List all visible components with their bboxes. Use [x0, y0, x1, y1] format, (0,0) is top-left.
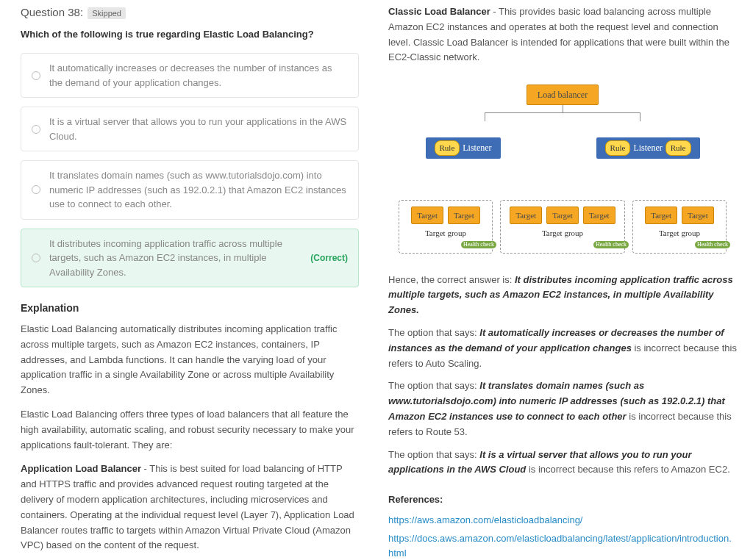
- incorrect-opt3: The option that says: It is a virtual se…: [388, 448, 737, 478]
- radio-icon: [32, 254, 40, 262]
- choice-2[interactable]: It is a virtual server that allows you t…: [21, 107, 359, 151]
- connector: [393, 105, 732, 121]
- diagram-tg-label: Target group: [404, 227, 488, 240]
- choice-3[interactable]: It translates domain names (such as www.…: [21, 160, 359, 220]
- status-badge: Skipped: [88, 7, 126, 19]
- explanation-p2: Elastic Load Balancing offers three type…: [21, 407, 359, 453]
- diagram-target: Target: [510, 207, 542, 225]
- question-text: Which of the following is true regarding…: [21, 27, 359, 42]
- diagram-health-check: Health check: [695, 241, 730, 248]
- connector: [393, 159, 732, 179]
- elb-diagram: Load balancer Rule Listener Rule Listene…: [388, 77, 737, 258]
- choice-text: It distributes incoming application traf…: [49, 237, 301, 280]
- opt-prefix: The option that says:: [388, 327, 479, 338]
- radio-icon: [32, 125, 40, 134]
- diagram-target: Target: [583, 207, 615, 225]
- diagram-rule: Rule: [435, 140, 460, 156]
- diagram-rule: Rule: [605, 140, 631, 156]
- alb-paragraph: Application Load Balancer - This is best…: [21, 462, 359, 553]
- opt-prefix: The option that says:: [388, 449, 479, 460]
- diagram-target: Target: [645, 207, 677, 225]
- opt-prefix: The option that says:: [388, 380, 479, 391]
- choice-text: It automatically increases or decreases …: [49, 61, 348, 90]
- correct-tag: (Correct): [310, 251, 348, 265]
- references-heading: References:: [388, 492, 737, 507]
- explanation-p1: Elastic Load Balancing automatically dis…: [21, 322, 359, 398]
- diagram-target-group: Target Target Target group Health check: [632, 200, 727, 254]
- diagram-listener-right: Rule Listener Rule: [596, 137, 700, 159]
- diagram-tg-label: Target group: [505, 227, 620, 240]
- opt-tail: is incorrect because this refers to Amaz…: [526, 464, 729, 475]
- question-number: Question 38:: [21, 6, 83, 18]
- choice-text: It translates domain names (such as www.…: [49, 168, 348, 212]
- reference-link-2[interactable]: https://docs.aws.amazon.com/elasticloadb…: [388, 531, 737, 560]
- incorrect-opt2: The option that says: It translates doma…: [388, 378, 737, 439]
- diagram-listener-left: Rule Listener: [426, 137, 501, 159]
- question-header: Question 38: Skipped: [21, 4, 359, 21]
- alb-label: Application Load Balancer: [21, 463, 141, 474]
- hence-paragraph: Hence, the correct answer is: It distrib…: [388, 273, 737, 318]
- incorrect-opt1: The option that says: It automatically i…: [388, 326, 737, 371]
- diagram-health-check: Health check: [593, 241, 629, 248]
- choice-1[interactable]: It automatically increases or decreases …: [21, 53, 359, 98]
- diagram-target: Target: [411, 207, 443, 225]
- explanation-heading: Explanation: [21, 301, 359, 316]
- reference-link-1[interactable]: https://aws.amazon.com/elasticloadbalanc…: [388, 513, 737, 528]
- diagram-rule: Rule: [665, 140, 691, 156]
- diagram-target: Target: [448, 207, 480, 225]
- diagram-load-balancer: Load balancer: [527, 85, 599, 105]
- radio-icon: [32, 185, 40, 194]
- diagram-listener-label: Listener: [463, 141, 491, 154]
- choice-text: It is a virtual server that allows you t…: [49, 115, 348, 143]
- hence-prefix: Hence, the correct answer is:: [388, 274, 515, 285]
- diagram-health-check: Health check: [461, 241, 496, 248]
- clb-label: Classic Load Balancer: [388, 6, 490, 17]
- radio-icon: [32, 71, 40, 80]
- diagram-target: Target: [682, 207, 714, 225]
- diagram-target: Target: [546, 207, 579, 225]
- diagram-tg-label: Target group: [638, 227, 721, 240]
- diagram-listener-label: Listener: [633, 141, 662, 154]
- diagram-target-group: Target Target Target group Health check: [399, 200, 493, 254]
- choice-4-correct[interactable]: It distributes incoming application traf…: [21, 229, 359, 288]
- diagram-target-group: Target Target Target Target group Health…: [500, 200, 625, 254]
- alb-text: - This is best suited for load balancing…: [21, 463, 354, 550]
- clb-paragraph: Classic Load Balancer - This provides ba…: [388, 4, 737, 65]
